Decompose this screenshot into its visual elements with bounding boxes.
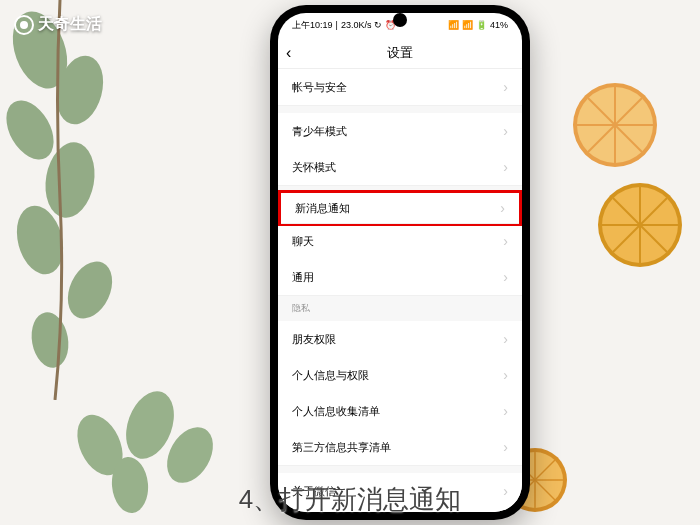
chevron-right-icon: › [503,331,508,347]
page-title: 设置 [387,44,413,62]
item-personal-info-collection[interactable]: 个人信息收集清单 › [278,393,522,429]
item-label: 第三方信息共享清单 [292,440,391,455]
item-label: 个人信息收集清单 [292,404,380,419]
chevron-right-icon: › [503,123,508,139]
item-personal-info-permissions[interactable]: 个人信息与权限 › [278,357,522,393]
status-network: 23.0K/s [341,20,372,30]
chevron-right-icon: › [503,439,508,455]
svg-point-30 [20,21,28,29]
chevron-right-icon: › [500,200,505,216]
chevron-right-icon: › [503,159,508,175]
decorative-leaves-left [0,0,180,400]
wifi-icon: 📶 [462,20,473,30]
section-header-privacy: 隐私 [278,295,522,321]
item-general[interactable]: 通用 › [278,259,522,295]
item-third-party-sharing[interactable]: 第三方信息共享清单 › [278,429,522,465]
item-new-message-notification[interactable]: 新消息通知 › [278,190,522,226]
section-gap [278,465,522,473]
item-label: 关怀模式 [292,160,336,175]
item-label: 通用 [292,270,314,285]
phone-screen: 上午10:19 | 23.0K/s ↻ ⏰ 📶 📶 🔋 41% ‹ 设置 帐号与… [278,13,522,512]
decorative-leaves-bottom [60,385,240,525]
signal-icon: 📶 [448,20,459,30]
item-label: 聊天 [292,234,314,249]
chevron-right-icon: › [503,403,508,419]
svg-point-6 [27,309,72,370]
chevron-right-icon: › [503,483,508,499]
item-label: 帐号与安全 [292,80,347,95]
svg-point-5 [59,254,121,325]
section-gap [278,105,522,113]
status-time: 上午10:19 [292,19,333,32]
item-care-mode[interactable]: 关怀模式 › [278,149,522,185]
item-chat[interactable]: 聊天 › [278,223,522,259]
item-account-security[interactable]: 帐号与安全 › [278,69,522,105]
chevron-right-icon: › [503,367,508,383]
decorative-citrus-2 [595,180,685,270]
settings-list[interactable]: 帐号与安全 › 青少年模式 › 关怀模式 › 新消息通知 › 聊天 › [278,69,522,512]
decorative-citrus-1 [570,80,660,170]
battery-percent: 41% [490,20,508,30]
back-button[interactable]: ‹ [286,44,291,62]
instruction-caption: 4、打开新消息通知 [239,482,461,517]
item-label: 个人信息与权限 [292,368,369,383]
battery-icon: 🔋 [476,20,487,30]
sync-icon: ↻ [374,20,382,30]
item-label: 朋友权限 [292,332,336,347]
item-label: 新消息通知 [295,201,350,216]
chevron-right-icon: › [503,79,508,95]
chevron-right-icon: › [503,269,508,285]
chevron-right-icon: › [503,233,508,249]
nav-header: ‹ 设置 [278,37,522,69]
phone-frame: 上午10:19 | 23.0K/s ↻ ⏰ 📶 📶 🔋 41% ‹ 设置 帐号与… [270,5,530,520]
watermark-logo: 天奇生活 [14,14,102,35]
section-label: 隐私 [292,302,310,315]
watermark-text: 天奇生活 [38,14,102,35]
item-label: 青少年模式 [292,124,347,139]
phone-notch [393,13,407,27]
item-friend-permissions[interactable]: 朋友权限 › [278,321,522,357]
watermark-icon [14,15,34,35]
item-youth-mode[interactable]: 青少年模式 › [278,113,522,149]
